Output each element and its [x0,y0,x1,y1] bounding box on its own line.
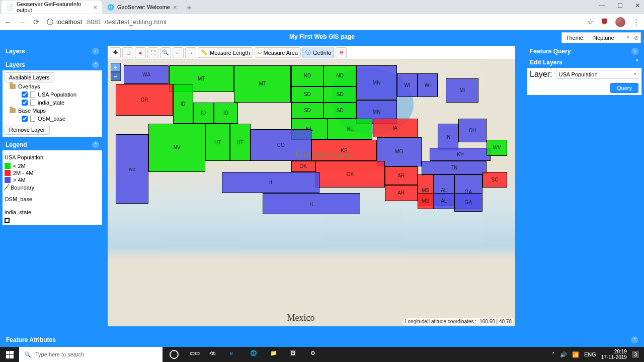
reload-icon[interactable]: ⟳ [33,18,40,27]
url-input[interactable]: ⓘ localhost:8081/test/test_editing.html [47,18,580,27]
zoom-in-button[interactable]: + [111,63,121,72]
remove-layer-button[interactable]: Remove Layer [5,125,50,135]
profile-avatar[interactable] [615,17,625,27]
expand-icon[interactable]: ˄ [631,336,638,343]
full-extent-icon[interactable]: ⛶ [147,47,158,58]
state-WV[interactable]: WV [487,140,507,156]
menu-icon[interactable]: ⋮ [632,18,640,27]
layer-checkbox[interactable] [22,92,28,98]
state-AL[interactable]: AL [434,193,454,209]
state-NV[interactable]: NV [148,124,205,171]
collapse-icon[interactable]: ‹ [92,48,99,55]
tab-geoserver-output[interactable]: 📄 Geoserver GetFeatureInfo output × [2,1,102,14]
next-extent-icon[interactable]: → [185,47,196,58]
query-button[interactable]: Query [610,83,638,93]
state-rt[interactable]: rt [263,193,360,214]
app-icon[interactable]: 🖼 [290,350,299,359]
available-layers-button[interactable]: Available Layers [5,72,54,82]
tree-group-overlays[interactable]: Overlays [5,82,100,90]
close-icon[interactable]: × [93,4,97,11]
state-MN[interactable]: MN [356,65,397,100]
state-IN[interactable]: IN [438,124,458,150]
notifications-icon[interactable]: 3 [632,351,639,358]
layer-item-osm-base[interactable]: OSM_base [5,115,100,123]
state-MI[interactable]: MI [446,78,478,103]
state-ND[interactable]: ND [324,65,356,86]
tray-chevron-icon[interactable]: ˄ [552,351,555,358]
layer-item-india-state[interactable]: india_state [5,99,100,107]
state-rt[interactable]: rt [222,172,319,193]
star-icon[interactable]: ☆ [587,18,594,27]
zoom-out-button[interactable]: − [111,72,121,81]
map-canvas[interactable]: WAMTMTNDNDMNWIWIMIORIDIDIDSDSDSDSDMNNENE… [108,60,515,326]
state-ID[interactable]: ID [214,103,238,124]
layer-item-usa-population[interactable]: USA Population [5,90,100,99]
wifi-icon[interactable]: 📶 [572,351,579,358]
draw-point-icon[interactable]: ● [135,47,146,58]
close-icon[interactable]: × [173,4,177,11]
forward-icon[interactable]: → [19,18,26,26]
layers-header[interactable]: Layers ‹ [3,46,102,57]
measure-length-button[interactable]: 📏Measure Length [198,47,253,58]
tab-geoserver-welcome[interactable]: 🌐 GeoServer: Welcome × [102,1,182,14]
ublock-icon[interactable]: ⛊ [601,18,608,26]
state-SD[interactable]: SD [324,103,356,119]
state-we[interactable]: we [116,134,148,204]
layer-checkbox[interactable] [22,116,28,122]
chrome-icon[interactable]: 🌐 [250,350,259,359]
state-OH[interactable]: OH [458,119,487,143]
task-view-icon[interactable]: ▭▭ [190,350,199,359]
close-icon[interactable]: ⊘ [631,35,640,41]
clock[interactable]: 20:19 17-11-2019 [601,349,627,360]
state-ND[interactable]: ND [291,65,324,86]
back-icon[interactable]: ← [4,18,12,26]
state-SD[interactable]: SD [291,103,324,119]
prev-extent-icon[interactable]: ← [173,47,184,58]
state-UT[interactable]: UT [205,124,230,161]
state-IA[interactable]: IA [373,119,418,137]
feature-query-header[interactable]: Feature Query › [527,46,641,57]
state-AR[interactable]: AR [385,166,418,185]
state-KY[interactable]: KY [430,148,491,161]
collapse-icon[interactable]: ˄ [635,59,638,66]
tree-group-basemaps[interactable]: Base Maps [5,107,100,115]
theme-dropdown[interactable]: Neptune [589,35,631,41]
state-GA[interactable]: GA [454,193,483,212]
legend-header[interactable]: Legend ˄ [3,139,102,150]
state-WI[interactable]: WI [418,73,438,98]
window-maximize[interactable]: ☐ [617,2,623,9]
state-SC[interactable]: SC [482,172,507,188]
window-minimize[interactable]: — [599,2,605,9]
getinfo-button[interactable]: ⓘGetInfo [302,47,334,58]
measure-area-button[interactable]: ▱Measure Area [255,47,301,58]
select-icon[interactable]: ⬚ [122,47,133,58]
state-UT[interactable]: UT [230,124,251,161]
layer-checkbox[interactable] [22,100,28,106]
state-WI[interactable]: WI [397,73,418,98]
volume-icon[interactable]: 🔊 [560,351,567,358]
start-button[interactable] [0,347,19,362]
state-OR[interactable]: OR [116,84,173,116]
new-tab-button[interactable]: + [182,3,197,12]
state-WA[interactable]: WA [124,65,169,84]
taskbar-search[interactable]: 🔍 Type here to search [19,347,163,362]
state-AR[interactable]: AR [385,185,418,201]
obs-icon[interactable]: ⚙ [310,350,319,359]
window-close[interactable]: ✕ [635,2,640,9]
zoom-in-icon[interactable]: 🔍 [160,47,171,58]
clear-icon[interactable]: ⊖ [336,47,347,58]
state-ID[interactable]: ID [193,103,214,124]
state-ID[interactable]: ID [173,84,194,124]
pan-icon[interactable]: ✥ [110,47,121,58]
explorer-icon[interactable]: 📁 [270,350,279,359]
site-info-icon[interactable]: ⓘ [47,18,53,27]
layers-header[interactable]: Layers ˄ [3,59,102,70]
collapse-icon[interactable]: ˄ [92,141,99,148]
layer-dropdown[interactable]: USA Population [556,70,638,79]
state-MS[interactable]: MS [418,193,434,209]
state-SD[interactable]: SD [324,86,356,103]
state-SD[interactable]: SD [291,86,324,103]
feature-attributes-panel[interactable]: Feature Atributes ˄ [2,335,642,345]
expand-icon[interactable]: › [631,48,638,55]
state-NE[interactable]: NE [328,119,372,140]
